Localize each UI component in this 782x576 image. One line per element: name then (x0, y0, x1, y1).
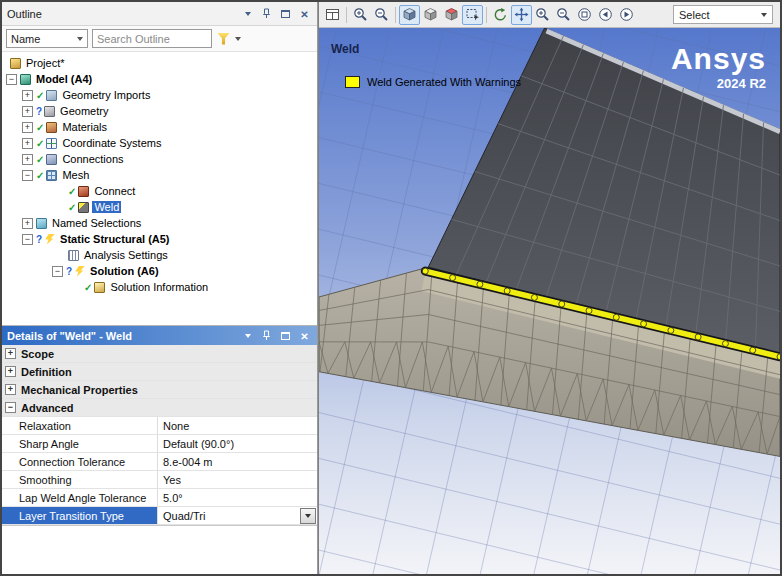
property-label: Smoothing (2, 471, 158, 488)
collapse-icon[interactable] (5, 402, 16, 413)
details-category-mechanical-properties[interactable]: Mechanical Properties (2, 381, 317, 399)
details-table: Scope Definition Mechanical Properties A… (2, 345, 317, 526)
name-filter-label: Name (11, 33, 40, 45)
zoom-out-tool-icon[interactable] (553, 5, 574, 25)
panes-icon[interactable] (322, 5, 343, 25)
box-zoom-icon[interactable] (462, 5, 483, 25)
details-row-lap-weld-angle-tolerance[interactable]: Lap Weld Angle Tolerance 5.0° (2, 489, 317, 507)
details-category-advanced[interactable]: Advanced (2, 399, 317, 417)
tree-item-analysis-settings[interactable]: Analysis Settings (2, 247, 317, 263)
model-icon (20, 74, 31, 85)
pan-icon[interactable] (511, 5, 532, 25)
expand-icon[interactable] (5, 384, 16, 395)
pin-icon[interactable] (259, 329, 274, 343)
property-value[interactable]: None (158, 417, 317, 434)
category-label: Advanced (21, 402, 74, 414)
filter-options-chevron-icon[interactable] (235, 37, 241, 41)
check-icon (36, 122, 44, 133)
graphics-viewport: Select (318, 2, 780, 574)
connections-icon (46, 154, 57, 165)
ansys-logo-text: Ansys (671, 44, 766, 74)
panel-menu-chevron-icon[interactable] (240, 7, 255, 21)
materials-icon (46, 122, 57, 133)
details-row-sharp-angle[interactable]: Sharp Angle Default (90.0°) (2, 435, 317, 453)
question-icon (36, 234, 42, 245)
collapse-icon[interactable] (6, 74, 17, 85)
tree-item-geometry[interactable]: Geometry (2, 103, 317, 119)
zoom-in-icon[interactable] (350, 5, 371, 25)
tree-item-connections[interactable]: Connections (2, 151, 317, 167)
dropdown-button[interactable] (300, 508, 316, 524)
property-label: Sharp Angle (2, 435, 158, 452)
category-label: Definition (21, 366, 72, 378)
tree-item-connect[interactable]: Connect (2, 183, 317, 199)
tree-item-static-structural[interactable]: Static Structural (A5) (2, 231, 317, 247)
details-row-smoothing[interactable]: Smoothing Yes (2, 471, 317, 489)
tree-item-solution[interactable]: Solution (A6) (2, 263, 317, 279)
collapse-icon[interactable] (22, 234, 33, 245)
rotate-icon[interactable] (490, 5, 511, 25)
cube-view-icon[interactable] (420, 5, 441, 25)
details-title: Details of "Weld" - Weld (7, 330, 240, 342)
collapse-icon[interactable] (22, 170, 33, 181)
look-at-face-icon[interactable] (441, 5, 462, 25)
zoom-to-fit-icon[interactable] (574, 5, 595, 25)
expand-icon[interactable] (5, 348, 16, 359)
graphics-toolbar: Select (319, 2, 780, 28)
property-label: Lap Weld Angle Tolerance (2, 489, 158, 506)
isometric-view-icon[interactable] (399, 5, 420, 25)
tree-item-model[interactable]: Model (A4) (2, 71, 317, 87)
next-view-icon[interactable] (616, 5, 637, 25)
close-icon[interactable] (297, 329, 312, 343)
tree-item-named-selections[interactable]: Named Selections (2, 215, 317, 231)
tree-item-geometry-imports[interactable]: Geometry Imports (2, 87, 317, 103)
viewport-3d-canvas[interactable]: Weld Weld Generated With Warnings Ansys … (319, 28, 780, 574)
expand-icon[interactable] (22, 218, 33, 229)
details-row-relaxation[interactable]: Relaxation None (2, 417, 317, 435)
zoom-out-icon[interactable] (371, 5, 392, 25)
select-mode-dropdown[interactable]: Select (673, 5, 773, 24)
expand-icon[interactable] (22, 138, 33, 149)
pin-icon[interactable] (259, 7, 274, 21)
panel-menu-chevron-icon[interactable] (240, 329, 255, 343)
maximize-icon[interactable] (278, 7, 293, 21)
connect-icon (78, 186, 89, 197)
close-icon[interactable] (297, 7, 312, 21)
viewport-annotation-title: Weld (331, 42, 359, 56)
property-value[interactable]: 5.0° (158, 489, 317, 506)
name-filter-dropdown[interactable]: Name (6, 29, 88, 48)
maximize-icon[interactable] (278, 329, 293, 343)
geometry-imports-icon (46, 90, 57, 101)
details-row-layer-transition-type[interactable]: Layer Transition Type Quad/Tri (2, 507, 317, 525)
filter-funnel-icon[interactable] (216, 32, 231, 46)
details-row-connection-tolerance[interactable]: Connection Tolerance 8.e-004 m (2, 453, 317, 471)
tree-item-solution-information[interactable]: Solution Information (2, 279, 317, 295)
tree-item-project[interactable]: Project* (2, 55, 317, 71)
details-category-scope[interactable]: Scope (2, 345, 317, 363)
legend-swatch (345, 76, 360, 88)
property-value[interactable]: Quad/Tri (163, 510, 205, 522)
previous-view-icon[interactable] (595, 5, 616, 25)
expand-icon[interactable] (22, 106, 33, 117)
tree-item-coordinate-systems[interactable]: Coordinate Systems (2, 135, 317, 151)
tree-item-mesh[interactable]: Mesh (2, 167, 317, 183)
property-value[interactable]: Default (90.0°) (158, 435, 317, 452)
collapse-icon[interactable] (52, 266, 63, 277)
outline-panel: Outline Name Project* (2, 2, 318, 574)
expand-icon[interactable] (22, 154, 33, 165)
mesh-icon (46, 170, 57, 181)
expand-icon[interactable] (22, 122, 33, 133)
details-category-definition[interactable]: Definition (2, 363, 317, 381)
property-value[interactable]: 8.e-004 m (158, 453, 317, 470)
search-outline-input[interactable] (92, 29, 212, 48)
check-icon (36, 170, 44, 181)
check-icon (36, 154, 44, 165)
zoom-in-tool-icon[interactable] (532, 5, 553, 25)
tree-item-materials[interactable]: Materials (2, 119, 317, 135)
expand-icon[interactable] (5, 366, 16, 377)
expand-icon[interactable] (22, 90, 33, 101)
property-label: Relaxation (2, 417, 158, 434)
property-value[interactable]: Yes (158, 471, 317, 488)
select-mode-label: Select (679, 9, 710, 21)
tree-item-weld[interactable]: Weld (2, 199, 317, 215)
